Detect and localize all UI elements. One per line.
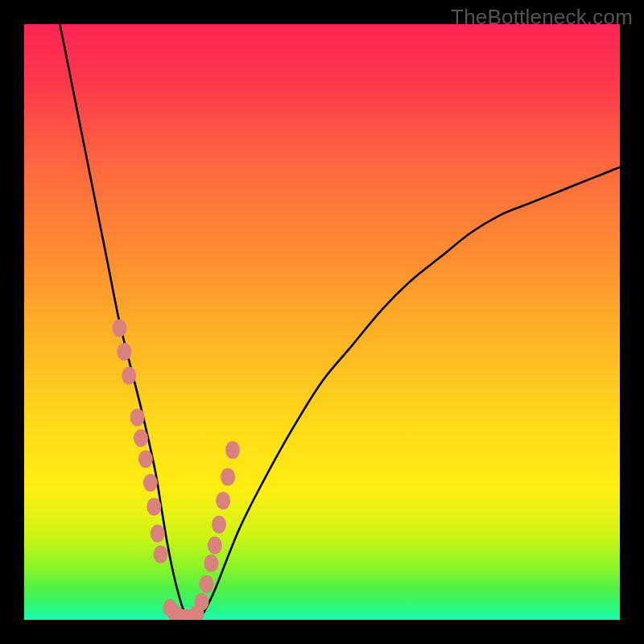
highlight-marker xyxy=(112,319,126,336)
highlight-marker xyxy=(151,525,165,543)
highlight-marker xyxy=(199,576,213,593)
highlight-marker xyxy=(138,450,153,468)
highlight-marker xyxy=(130,408,145,426)
highlight-marker xyxy=(195,593,209,611)
highlight-marker xyxy=(134,429,148,447)
highlight-marker xyxy=(208,537,222,555)
chart-frame: TheBottleneck.com xyxy=(0,0,644,644)
bottleneck-curve-path xyxy=(60,24,620,620)
highlight-marker xyxy=(225,441,240,459)
highlight-marker xyxy=(221,468,235,485)
plot-area xyxy=(24,24,620,620)
highlight-marker xyxy=(212,516,226,534)
curve-layer xyxy=(24,24,620,620)
highlight-marker xyxy=(122,367,136,385)
highlight-marker xyxy=(117,343,131,361)
highlight-marker xyxy=(153,546,167,564)
highlight-marker xyxy=(204,555,218,572)
highlight-marker xyxy=(143,474,158,492)
highlight-marker xyxy=(147,497,161,515)
highlight-marker xyxy=(216,492,230,510)
watermark-text: TheBottleneck.com xyxy=(451,5,633,30)
